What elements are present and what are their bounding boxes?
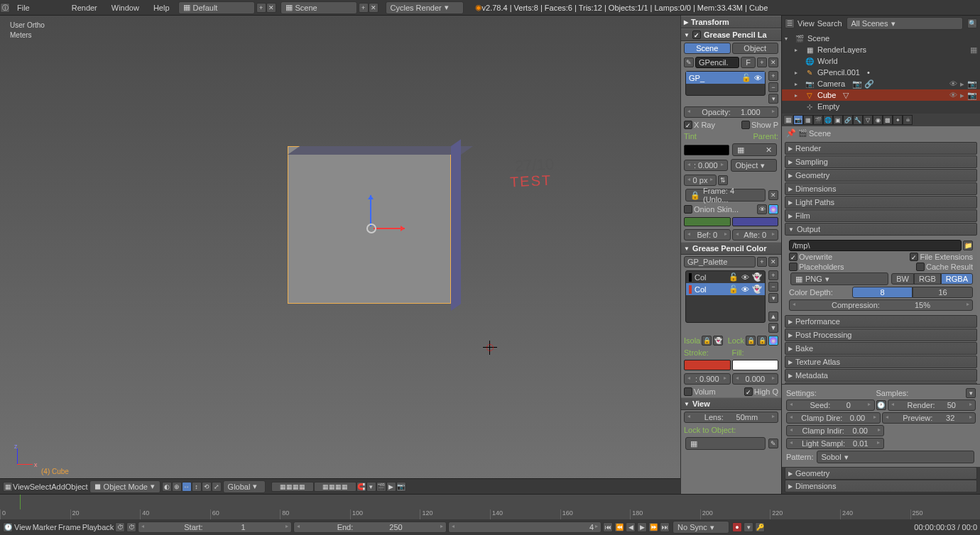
stroke-alpha[interactable]: : 0.900: [684, 373, 731, 385]
panel-bake[interactable]: ▶Bake: [785, 342, 977, 355]
palette-name[interactable]: GP_Palette: [684, 256, 756, 268]
tree-gpencil[interactable]: GPencil.001: [817, 68, 860, 77]
orientation-dropdown[interactable]: Global ▾: [223, 480, 266, 493]
scene-delete[interactable]: ✕: [369, 3, 379, 13]
panel-geometry2[interactable]: ▶Geometry: [785, 467, 977, 480]
tab-modifiers[interactable]: 🔧: [853, 115, 863, 125]
colordepth-16[interactable]: 16: [913, 287, 973, 298]
palette-color-remove[interactable]: −: [768, 282, 778, 292]
gp-layer-row[interactable]: GP_ 🔓 👁: [686, 72, 765, 84]
panel-dimensions[interactable]: ▶Dimensions: [785, 182, 977, 195]
gizmo-z-axis[interactable]: [370, 195, 371, 226]
tree-cube[interactable]: Cube: [817, 91, 836, 99]
col-ghost-icon-2[interactable]: 👻: [752, 285, 762, 294]
tab-material[interactable]: ◉: [873, 115, 883, 125]
mode-dropdown[interactable]: ◼ Object Mode ▾: [89, 480, 160, 493]
outliner-filter[interactable]: All Scenes ▾: [846, 17, 963, 30]
tab-object[interactable]: ▣: [833, 115, 843, 125]
outliner-search-btn[interactable]: 🔍: [967, 18, 977, 28]
col-lock-icon[interactable]: 🔓: [729, 272, 739, 282]
preview-samples-field[interactable]: Preview:32: [882, 412, 976, 424]
timeline-playhead[interactable]: [20, 495, 21, 509]
colormode-rgb[interactable]: RGB: [914, 273, 941, 285]
3d-cursor[interactable]: [483, 341, 497, 355]
jump-start[interactable]: ⏮: [603, 522, 613, 532]
outliner-search[interactable]: Search: [817, 19, 842, 28]
cache-check[interactable]: [916, 263, 925, 271]
stroke-color[interactable]: [684, 360, 731, 370]
onion-before[interactable]: Bef: 0: [684, 229, 731, 241]
onion-check[interactable]: [684, 205, 692, 214]
presets-menu[interactable]: ▾: [966, 388, 976, 398]
onion-extra2[interactable]: ◉: [768, 204, 778, 214]
tl-range-icon2[interactable]: ⏱: [126, 522, 136, 532]
current-frame[interactable]: 4: [448, 522, 601, 533]
onion-after-color[interactable]: [732, 217, 779, 226]
play[interactable]: ▶: [637, 522, 647, 532]
tab-particles[interactable]: ✦: [893, 115, 903, 125]
menu-window[interactable]: Window: [104, 4, 146, 12]
panel-render2[interactable]: ▶Render: [785, 142, 977, 155]
screen-layout-dropdown[interactable]: ▦ Default: [178, 1, 255, 14]
clamp-direct-field[interactable]: Clamp Dire:0.00: [786, 412, 881, 424]
tint-factor[interactable]: : 0.000: [684, 160, 728, 171]
lock-all-2[interactable]: 🔒: [757, 336, 767, 346]
pivot-dropdown[interactable]: ⊕: [172, 482, 182, 492]
lock-object-eyedrop[interactable]: ✎: [768, 439, 778, 448]
panel-film[interactable]: ▶Film: [785, 209, 977, 222]
editor-type-3dview-icon[interactable]: ▦: [3, 482, 13, 492]
menu-file[interactable]: File: [10, 4, 37, 12]
jump-end[interactable]: ⏭: [660, 522, 670, 532]
sync-dropdown[interactable]: No Sync ▾: [673, 521, 729, 534]
gp-layer-remove[interactable]: −: [768, 82, 778, 92]
format-dropdown[interactable]: ▦ PNG ▾: [790, 272, 888, 285]
tab-scene[interactable]: 🎬: [813, 115, 823, 125]
lock-all-3[interactable]: ◉: [768, 336, 778, 346]
parent-type[interactable]: Object ▾: [731, 159, 778, 172]
render-preview[interactable]: 🎬: [376, 482, 386, 492]
jump-keyprev[interactable]: ⏪: [614, 522, 624, 532]
gp-xray-check[interactable]: [684, 121, 692, 129]
shading-dropdown[interactable]: ◐: [162, 482, 172, 492]
col-hide-icon[interactable]: 👁: [741, 273, 749, 282]
scene-dropdown[interactable]: ▦ Scene: [281, 1, 357, 14]
fill-color[interactable]: [732, 360, 779, 370]
panel-dimensions2[interactable]: ▶Dimensions: [785, 480, 977, 492]
snap-toggle[interactable]: 🧲: [356, 482, 366, 492]
panel-performance[interactable]: ▶Performance: [785, 315, 977, 328]
panel-gp-colors-header[interactable]: ▼Grease Pencil Color: [681, 242, 781, 255]
hide-icon[interactable]: 👁: [754, 74, 762, 82]
end-frame[interactable]: End:250: [293, 522, 447, 533]
palette-move-down[interactable]: ▼: [768, 323, 778, 333]
isolate-lock[interactable]: 🔒: [702, 336, 712, 346]
gp-add[interactable]: +: [757, 57, 767, 67]
pattern-dropdown[interactable]: Sobol ▾: [817, 451, 974, 463]
manipulator-scale[interactable]: ⤢: [212, 482, 222, 492]
thickness-icon[interactable]: ⇅: [718, 175, 728, 185]
palette-unlink[interactable]: ✕: [768, 257, 778, 267]
panel-gp-layers-header[interactable]: ▼Grease Pencil La: [681, 28, 781, 41]
outliner-view[interactable]: View: [797, 19, 815, 28]
gp-fakeuser[interactable]: F: [741, 57, 756, 68]
lock-object-picker[interactable]: ▦: [685, 437, 766, 450]
play-reverse[interactable]: ◀: [626, 522, 636, 532]
render-anim-icon[interactable]: ▶: [386, 482, 396, 492]
isolate-ghost[interactable]: 👻: [713, 336, 723, 346]
tree-renderlayers[interactable]: RenderLayers: [817, 45, 866, 54]
output-browse[interactable]: 📁: [963, 241, 973, 250]
fileext-check[interactable]: [910, 253, 918, 261]
colordepth-8[interactable]: 8: [852, 287, 913, 298]
layer-button[interactable]: ▦▦▦▦: [271, 482, 314, 492]
fill-alpha[interactable]: 0.000: [732, 373, 779, 385]
vh-select[interactable]: Select: [30, 482, 52, 491]
panel-view-header[interactable]: ▼View: [681, 397, 781, 410]
overwrite-check[interactable]: [789, 253, 797, 261]
manipulator-translate[interactable]: ↕: [192, 482, 202, 492]
palette-specials[interactable]: ▾: [768, 293, 778, 303]
start-frame[interactable]: Start:1: [138, 522, 291, 533]
tab-data[interactable]: ▽: [863, 115, 873, 125]
highq-check[interactable]: [744, 387, 753, 396]
keyinsert-icon[interactable]: 🔑: [755, 522, 765, 532]
gp-datablock-icon[interactable]: ✎: [684, 57, 694, 67]
tl-range-icon[interactable]: ⏱: [115, 522, 125, 532]
